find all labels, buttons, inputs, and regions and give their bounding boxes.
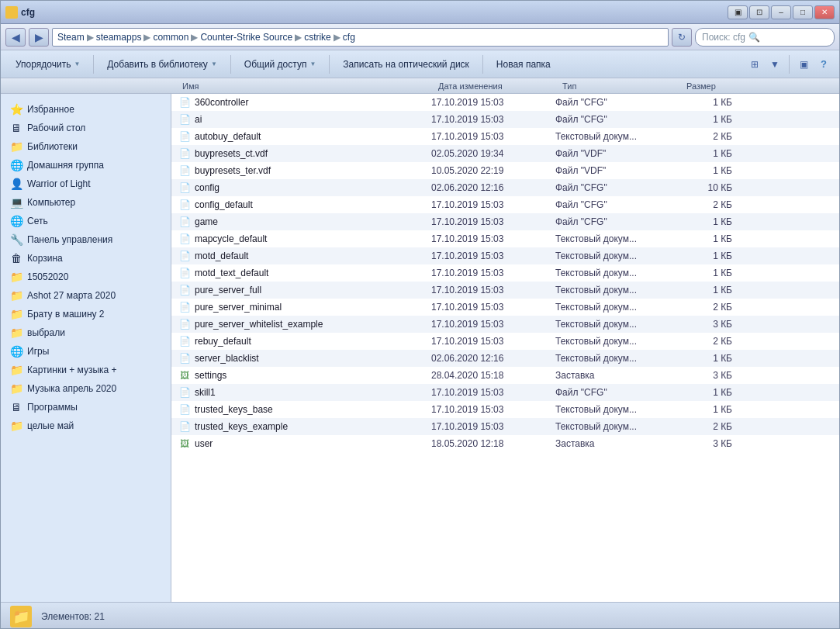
file-row[interactable]: 📄360controller17.10.2019 15:03Файл "CFG"…	[171, 94, 839, 111]
file-size: 3 КБ	[679, 438, 741, 449]
path-steamapps[interactable]: steamapps	[96, 32, 142, 43]
file-row[interactable]: 📄trusted_keys_base17.10.2019 15:03Тексто…	[171, 401, 839, 418]
file-row[interactable]: 📄autobuy_default17.10.2019 15:03Текстовы…	[171, 128, 839, 145]
close-btn[interactable]: ✕	[814, 5, 835, 19]
sidebar-item-15052020[interactable]: 📁15052020	[1, 268, 171, 286]
col-header-name[interactable]: Имя	[178, 81, 434, 91]
sidebar-item-vybrali[interactable]: 📁выбрали	[1, 323, 171, 342]
path-cstrike[interactable]: cstrike	[304, 32, 331, 43]
sidebar-icon-recycle: 🗑	[10, 252, 22, 264]
path-cfg[interactable]: cfg	[343, 32, 355, 43]
add-to-library-button[interactable]: Добавить в библиотеку ▼	[99, 54, 225, 75]
sidebar-item-network[interactable]: 🌐Сеть	[1, 212, 171, 230]
file-row[interactable]: 📄server_blacklist02.06.2020 12:16Текстов…	[171, 350, 839, 367]
file-size: 1 КБ	[679, 387, 741, 398]
file-row[interactable]: 🖼settings28.04.2020 15:18Заставка3 КБ	[171, 367, 839, 384]
maximize-btn[interactable]: □	[793, 5, 813, 19]
sidebar-label-desktop: Рабочий стол	[27, 123, 85, 133]
sidebar-item-desktop[interactable]: 🖥Рабочий стол	[1, 119, 171, 137]
file-type: Файл "CFG"	[555, 182, 679, 193]
file-name: autobuy_default	[195, 131, 431, 142]
file-row[interactable]: 📄buypresets_ter.vdf10.05.2020 22:19Файл …	[171, 162, 839, 179]
sidebar-icon-programmy: 🖥	[10, 401, 22, 413]
file-date: 28.04.2020 15:18	[431, 370, 555, 381]
monitor1-btn[interactable]: ▣	[728, 5, 748, 19]
sidebar-item-homegroup[interactable]: 🌐Домашняя группа	[1, 156, 171, 175]
sidebar-item-favorites[interactable]: ⭐Избранное	[1, 100, 171, 119]
sidebar-item-warrior[interactable]: 👤Warrior of Light	[1, 175, 171, 193]
sidebar-item-ashot[interactable]: 📁Ashot 27 марта 2020	[1, 286, 171, 305]
view-controls: ⊞ ▼ ▣ ?	[745, 55, 833, 74]
help-btn[interactable]: ?	[814, 55, 833, 74]
search-bar[interactable]: Поиск: cfg 🔍	[695, 28, 835, 47]
view-chevron-btn[interactable]: ▼	[766, 55, 784, 74]
sidebar-icon-kartinki: 📁	[10, 364, 22, 376]
sidebar-item-computer[interactable]: 💻Компьютер	[1, 193, 171, 212]
sidebar-item-controlpanel[interactable]: 🔧Панель управления	[1, 230, 171, 249]
file-size: 1 КБ	[679, 353, 741, 364]
monitor2-btn[interactable]: ⊡	[749, 5, 769, 19]
sidebar-icon-ashot: 📁	[10, 289, 22, 302]
toolbar-divider-1	[93, 55, 94, 74]
file-size: 1 КБ	[679, 285, 741, 295]
file-row[interactable]: 📄pure_server_full17.10.2019 15:03Текстов…	[171, 282, 839, 299]
minimize-btn[interactable]: –	[771, 5, 791, 19]
col-header-type[interactable]: Тип	[558, 81, 682, 91]
col-header-size[interactable]: Размер	[682, 81, 744, 91]
share-button[interactable]: Общий доступ ▼	[236, 54, 325, 75]
file-icon: 📄	[178, 283, 192, 297]
refresh-button[interactable]: ↻	[672, 28, 692, 47]
file-date: 17.10.2019 15:03	[431, 268, 555, 278]
sidebar-item-muzyka[interactable]: 📁Музыка апрель 2020	[1, 379, 171, 398]
preview-pane-btn[interactable]: ▣	[794, 55, 813, 74]
file-date: 17.10.2019 15:03	[431, 336, 555, 347]
file-row[interactable]: 📄motd_default17.10.2019 15:03Текстовый д…	[171, 247, 839, 264]
sidebar-item-libraries[interactable]: 📁Библиотеки	[1, 137, 171, 156]
burn-button[interactable]: Записать на оптический диск	[334, 54, 478, 75]
file-name: 360controller	[195, 97, 431, 108]
path-common[interactable]: common	[153, 32, 188, 43]
organize-button[interactable]: Упорядочить ▼	[7, 54, 88, 75]
view-grid-btn[interactable]: ⊞	[745, 55, 764, 74]
sidebar-item-kartinki[interactable]: 📁Картинки + музыка +	[1, 361, 171, 379]
file-row[interactable]: 📄config_default17.10.2019 15:03Файл "CFG…	[171, 196, 839, 213]
file-row[interactable]: 📄config02.06.2020 12:16Файл "CFG"10 КБ	[171, 179, 839, 196]
sidebar-item-programmy[interactable]: 🖥Программы	[1, 398, 171, 416]
file-row[interactable]: 📄buypresets_ct.vdf02.05.2020 19:34Файл "…	[171, 145, 839, 162]
file-row[interactable]: 📄pure_server_whitelist_example17.10.2019…	[171, 316, 839, 333]
file-date: 17.10.2019 15:03	[431, 319, 555, 330]
toolbar: Упорядочить ▼ Добавить в библиотеку ▼ Об…	[1, 50, 839, 78]
sidebar-item-igry[interactable]: 🌐Игры	[1, 342, 171, 361]
col-header-date[interactable]: Дата изменения	[434, 81, 558, 91]
file-row[interactable]: 📄mapcycle_default17.10.2019 15:03Текстов…	[171, 230, 839, 247]
address-path[interactable]: Steam ▶ steamapps ▶ common ▶ Counter-Str…	[52, 28, 669, 47]
status-folder-icon: 📁	[10, 606, 32, 627]
sidebar-icon-vybrali: 📁	[10, 327, 22, 339]
path-css[interactable]: Counter-Strike Source	[200, 32, 292, 43]
title-bar: cfg ▣ ⊡ – □ ✕	[1, 1, 839, 24]
file-size: 3 КБ	[679, 319, 741, 330]
file-name: skill1	[195, 387, 431, 398]
forward-button[interactable]: ▶	[29, 28, 49, 47]
sidebar-item-recycle[interactable]: 🗑Корзина	[1, 249, 171, 268]
file-row[interactable]: 📄pure_server_minimal17.10.2019 15:03Текс…	[171, 299, 839, 316]
sidebar-item-celye[interactable]: 📁целые май	[1, 416, 171, 435]
file-row[interactable]: 📄ai17.10.2019 15:03Файл "CFG"1 КБ	[171, 111, 839, 128]
file-type: Текстовый докум...	[555, 251, 679, 261]
file-icon: 📄	[178, 215, 192, 229]
path-steam[interactable]: Steam	[57, 32, 85, 43]
back-button[interactable]: ◀	[5, 28, 26, 47]
new-folder-button[interactable]: Новая папка	[488, 54, 559, 75]
file-row[interactable]: 📄rebuy_default17.10.2019 15:03Текстовый …	[171, 333, 839, 350]
file-name: game	[195, 216, 431, 227]
file-row[interactable]: 🖼user18.05.2020 12:18Заставка3 КБ	[171, 435, 839, 452]
file-type: Текстовый докум...	[555, 421, 679, 432]
file-row[interactable]: 📄trusted_keys_example17.10.2019 15:03Тек…	[171, 418, 839, 435]
file-row[interactable]: 📄skill117.10.2019 15:03Файл "CFG"1 КБ	[171, 384, 839, 401]
title-text: cfg	[21, 7, 35, 18]
file-row[interactable]: 📄game17.10.2019 15:03Файл "CFG"1 КБ	[171, 213, 839, 230]
file-type: Текстовый докум...	[555, 404, 679, 415]
file-date: 17.10.2019 15:03	[431, 233, 555, 244]
file-row[interactable]: 📄motd_text_default17.10.2019 15:03Тексто…	[171, 264, 839, 282]
sidebar-item-bratu[interactable]: 📁Брату в машину 2	[1, 305, 171, 323]
